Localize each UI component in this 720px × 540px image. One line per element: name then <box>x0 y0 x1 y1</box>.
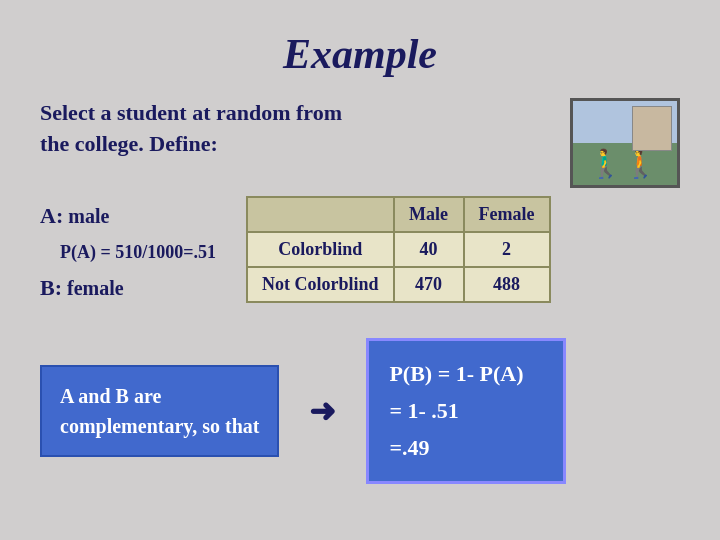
table-row-not-colorblind: Not Colorblind 470 488 <box>247 267 550 302</box>
definition-b: B: female <box>40 268 216 308</box>
data-table-container: Male Female Colorblind 40 2 Not Colorbli… <box>246 196 551 303</box>
slide: Example Select a student at random from … <box>0 0 720 540</box>
slide-title: Example <box>40 30 680 78</box>
top-row: Select a student at random from the coll… <box>40 98 680 188</box>
table-cell-colorblind-female: 2 <box>464 232 550 267</box>
photo-inner <box>573 101 677 185</box>
definition-a: A: male <box>40 196 216 236</box>
photo-image <box>570 98 680 188</box>
result-box: P(B) = 1- P(A) = 1- .51 =.49 <box>366 338 566 484</box>
prob-a: P(A) = 510/1000=.51 <box>60 236 216 268</box>
table-cell-colorblind-male: 40 <box>394 232 464 267</box>
arrow-icon: ➜ <box>309 392 336 430</box>
middle-section: A: male P(A) = 510/1000=.51 B: female Ma… <box>40 196 680 308</box>
table-header-empty <box>247 197 394 232</box>
complementary-box: A and B are complementary, so that <box>40 365 279 457</box>
table-header-row: Male Female <box>247 197 550 232</box>
building-shape <box>632 106 672 151</box>
intro-block: Select a student at random from the coll… <box>40 98 560 170</box>
table-cell-not-colorblind-male: 470 <box>394 267 464 302</box>
table-row-colorblind: Colorblind 40 2 <box>247 232 550 267</box>
table-header-female: Female <box>464 197 550 232</box>
table-header-male: Male <box>394 197 464 232</box>
bottom-section: A and B are complementary, so that ➜ P(B… <box>40 338 680 484</box>
table-row-label-not-colorblind: Not Colorblind <box>247 267 394 302</box>
intro-text: Select a student at random from the coll… <box>40 98 560 160</box>
table-row-label-colorblind: Colorblind <box>247 232 394 267</box>
table-cell-not-colorblind-female: 488 <box>464 267 550 302</box>
data-table: Male Female Colorblind 40 2 Not Colorbli… <box>246 196 551 303</box>
definitions-block: A: male P(A) = 510/1000=.51 B: female <box>40 196 216 308</box>
